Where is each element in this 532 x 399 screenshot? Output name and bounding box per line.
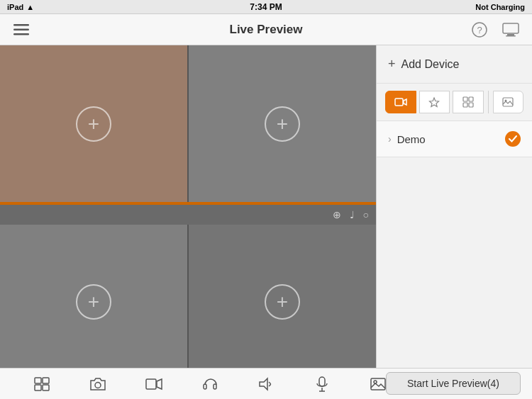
record-icon[interactable]: ○ xyxy=(363,209,369,220)
controls-bar-top: ⊕ ♩ ○ xyxy=(0,205,376,225)
svg-rect-27 xyxy=(319,377,325,386)
main-content: + + ⊕ ♩ ○ + + xyxy=(0,45,532,399)
wifi-icon: ▲ xyxy=(26,3,34,11)
plus-icon: + xyxy=(277,291,288,313)
status-time: 7:34 PM xyxy=(250,2,282,12)
preview-bottom-row: + + xyxy=(0,225,376,379)
toolbar-camera-button[interactable] xyxy=(82,371,113,397)
svg-rect-15 xyxy=(503,98,513,106)
svg-rect-11 xyxy=(463,97,467,101)
preview-cell-top-left[interactable]: + xyxy=(0,45,189,202)
device-list: › Demo xyxy=(377,121,532,399)
preview-area: + + ⊕ ♩ ○ + + xyxy=(0,45,376,399)
add-camera-top-right[interactable]: + xyxy=(265,106,300,142)
device-check-demo xyxy=(505,131,521,147)
svg-rect-19 xyxy=(35,385,41,390)
toolbar-microphone-button[interactable] xyxy=(306,371,338,397)
toolbar-speaker-button[interactable] xyxy=(250,371,282,397)
svg-rect-20 xyxy=(43,385,49,390)
status-left: iPad ▲ xyxy=(7,3,34,11)
add-camera-bottom-right[interactable]: + xyxy=(265,284,300,320)
filter-tab-image[interactable] xyxy=(493,91,524,113)
filter-tabs xyxy=(377,84,532,121)
mic-icon[interactable]: ♩ xyxy=(350,209,355,220)
right-panel: + Add Device xyxy=(376,45,532,399)
toolbar-video-button[interactable] xyxy=(138,371,170,397)
preview-cell-bottom-right[interactable]: + xyxy=(189,225,376,379)
svg-rect-14 xyxy=(469,103,473,107)
svg-text:?: ? xyxy=(477,25,482,35)
status-bar: iPad ▲ 7:34 PM Not Charging xyxy=(0,0,532,14)
filter-tab-camera[interactable] xyxy=(385,91,416,113)
monitor-icon[interactable] xyxy=(498,17,523,43)
zoom-icon[interactable]: ⊕ xyxy=(333,209,341,220)
preview-top-row: + + xyxy=(0,45,376,205)
add-camera-bottom-left[interactable]: + xyxy=(76,284,111,320)
svg-rect-24 xyxy=(204,384,206,389)
add-camera-top-left[interactable]: + xyxy=(76,106,111,142)
svg-rect-0 xyxy=(13,24,29,26)
device-label: iPad xyxy=(7,3,23,11)
svg-rect-1 xyxy=(13,28,29,30)
svg-rect-17 xyxy=(35,378,41,383)
add-device-label: Add Device xyxy=(401,58,460,71)
preview-cell-bottom-left[interactable]: + xyxy=(0,225,189,379)
svg-rect-30 xyxy=(371,378,385,390)
svg-point-21 xyxy=(95,382,101,388)
page-title: Live Preview xyxy=(229,23,302,37)
toolbar-headset-button[interactable] xyxy=(194,371,226,397)
filter-tab-separator xyxy=(488,91,489,113)
start-preview-label: Start Live Preview(4) xyxy=(407,378,499,389)
svg-marker-9 xyxy=(404,99,406,105)
add-device-button[interactable]: + Add Device xyxy=(377,45,532,84)
svg-rect-13 xyxy=(463,103,467,107)
svg-rect-5 xyxy=(503,23,519,33)
device-item-demo[interactable]: › Demo xyxy=(377,121,532,157)
nav-right-icons: ? xyxy=(467,17,523,43)
battery-status: Not Charging xyxy=(475,3,525,11)
menu-button[interactable] xyxy=(9,17,34,43)
svg-rect-6 xyxy=(507,34,514,35)
filter-tab-grid[interactable] xyxy=(453,91,484,113)
help-button[interactable]: ? xyxy=(467,17,492,43)
svg-rect-7 xyxy=(506,35,516,37)
svg-marker-23 xyxy=(157,379,162,389)
svg-rect-8 xyxy=(395,99,403,106)
device-name-demo: Demo xyxy=(397,133,505,145)
nav-bar: Live Preview ? xyxy=(0,14,532,45)
toolbar-grid-view-button[interactable] xyxy=(26,371,57,397)
svg-rect-22 xyxy=(146,379,156,389)
plus-icon: + xyxy=(277,113,288,135)
plus-icon: + xyxy=(88,291,99,313)
svg-marker-26 xyxy=(260,378,267,390)
start-live-preview-button[interactable]: Start Live Preview(4) xyxy=(386,372,521,395)
svg-rect-2 xyxy=(13,33,29,35)
svg-rect-18 xyxy=(43,378,49,383)
filter-tab-favorites[interactable] xyxy=(419,91,450,113)
svg-rect-12 xyxy=(469,97,473,101)
plus-icon: + xyxy=(88,113,99,135)
svg-marker-10 xyxy=(430,98,439,107)
preview-cell-top-right[interactable]: + xyxy=(189,45,376,202)
svg-rect-25 xyxy=(214,384,216,389)
device-chevron-icon: › xyxy=(388,133,392,145)
add-device-plus-icon: + xyxy=(388,57,396,72)
bottom-toolbar: Start Live Preview(4) xyxy=(0,368,532,399)
